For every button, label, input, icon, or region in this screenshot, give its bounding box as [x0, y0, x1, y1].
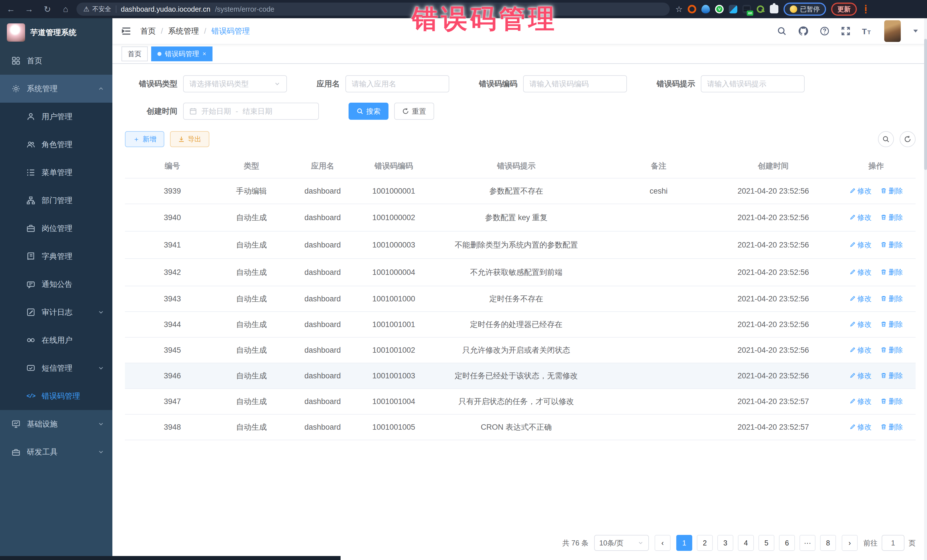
- goto-page-input[interactable]: [881, 535, 904, 551]
- hamburger-icon[interactable]: [122, 26, 131, 36]
- edit-link[interactable]: 修改: [849, 371, 872, 380]
- edit-link[interactable]: 修改: [849, 345, 872, 355]
- page-button[interactable]: 6: [779, 535, 795, 551]
- edit-link[interactable]: 修改: [849, 320, 872, 329]
- extension-gem-icon[interactable]: [729, 5, 737, 14]
- prev-page-button[interactable]: ‹: [655, 535, 670, 551]
- error-code-input[interactable]: [529, 80, 621, 88]
- error-type-select[interactable]: 请选择错误码类型: [183, 75, 287, 93]
- export-button[interactable]: 导出: [170, 131, 209, 147]
- app-logo[interactable]: 芋道管理系统: [0, 18, 112, 47]
- sidebar-item-audit-log[interactable]: 审计日志: [0, 298, 112, 326]
- table-row[interactable]: 3947 自动生成 dashboard 1001001004 只有开启状态的任务…: [125, 389, 916, 414]
- extensions-puzzle-icon[interactable]: [770, 5, 778, 14]
- delete-link[interactable]: 删除: [880, 240, 903, 249]
- edit-link[interactable]: 修改: [849, 294, 872, 304]
- sidebar-item-online-users[interactable]: 在线用户: [0, 326, 112, 354]
- extension-switch-icon[interactable]: on: [742, 5, 751, 14]
- edit-link[interactable]: 修改: [849, 397, 872, 406]
- add-button[interactable]: ＋ 新增: [125, 131, 164, 147]
- edit-link[interactable]: 修改: [849, 213, 872, 222]
- search-button[interactable]: 搜索: [348, 103, 389, 120]
- browser-home-icon[interactable]: ⌂: [61, 4, 71, 14]
- table-row[interactable]: 3939 手动编辑 dashboard 1001000001 参数配置不存在 c…: [125, 178, 916, 204]
- delete-link[interactable]: 删除: [880, 213, 903, 222]
- browser-forward-icon[interactable]: →: [24, 4, 34, 14]
- extension-drop-icon[interactable]: [701, 5, 710, 14]
- profile-paused-pill[interactable]: 已暂停: [784, 3, 826, 16]
- delete-link[interactable]: 删除: [880, 371, 903, 380]
- tab-error-code[interactable]: 错误码管理 ×: [151, 47, 213, 61]
- extension-key-icon[interactable]: [756, 5, 765, 14]
- page-button[interactable]: 4: [738, 535, 754, 551]
- edit-link[interactable]: 修改: [849, 267, 872, 277]
- page-button[interactable]: 3: [717, 535, 733, 551]
- table-row[interactable]: 3948 自动生成 dashboard 1001001005 CRON 表达式不…: [125, 414, 916, 440]
- sidebar-item-roles[interactable]: 角色管理: [0, 131, 112, 159]
- app-name-input[interactable]: [352, 80, 443, 88]
- font-size-icon[interactable]: TT: [862, 26, 873, 36]
- delete-link[interactable]: 删除: [880, 345, 903, 355]
- delete-link[interactable]: 删除: [880, 294, 903, 304]
- show-search-button[interactable]: [878, 131, 894, 147]
- sidebar-item-dict[interactable]: 字典管理: [0, 242, 112, 270]
- scrollbar-thumb[interactable]: [924, 39, 927, 170]
- url-bar[interactable]: ⚠ 不安全 dashboard.yudao.iocoder.cn/system/…: [76, 3, 670, 16]
- delete-link[interactable]: 删除: [880, 320, 903, 329]
- delete-link[interactable]: 删除: [880, 422, 903, 432]
- edit-link[interactable]: 修改: [849, 240, 872, 249]
- table-row[interactable]: 3942 自动生成 dashboard 1001000004 不允许获取敏感配置…: [125, 259, 916, 286]
- table-row[interactable]: 3944 自动生成 dashboard 1001001001 定时任务的处理器已…: [125, 312, 916, 337]
- security-warning[interactable]: ⚠ 不安全: [83, 5, 111, 14]
- bookmark-star-icon[interactable]: ☆: [675, 5, 682, 14]
- page-button[interactable]: 8: [820, 535, 836, 551]
- table-row[interactable]: 3945 自动生成 dashboard 1001001002 只允许修改为开启或…: [125, 337, 916, 363]
- breadcrumb-home[interactable]: 首页: [140, 26, 156, 36]
- sidebar-item-error-code[interactable]: </> 错误码管理: [0, 382, 112, 410]
- table-row[interactable]: 3940 自动生成 dashboard 1001000002 参数配置 key …: [125, 204, 916, 231]
- delete-link[interactable]: 删除: [880, 186, 903, 196]
- page-scrollbar[interactable]: [924, 18, 927, 560]
- sidebar-item-menus[interactable]: 菜单管理: [0, 159, 112, 187]
- page-button[interactable]: 5: [758, 535, 774, 551]
- edit-link[interactable]: 修改: [849, 186, 872, 196]
- extension-adblock-icon[interactable]: [688, 5, 696, 14]
- search-icon[interactable]: [777, 26, 787, 36]
- extension-vue-devtools-icon[interactable]: V: [715, 5, 723, 14]
- tab-close-icon[interactable]: ×: [202, 50, 206, 58]
- sidebar-item-sms[interactable]: 短信管理: [0, 354, 112, 382]
- browser-menu-dots-icon[interactable]: ⋮⋮: [862, 6, 866, 12]
- table-row[interactable]: 3941 自动生成 dashboard 1001000003 不能删除类型为系统…: [125, 231, 916, 259]
- table-row[interactable]: 3946 自动生成 dashboard 1001001003 定时任务已经处于该…: [125, 363, 916, 389]
- error-hint-input[interactable]: [707, 80, 798, 88]
- edit-link[interactable]: 修改: [849, 422, 872, 432]
- fullscreen-icon[interactable]: [841, 26, 851, 36]
- sidebar-item-notice[interactable]: 通知公告: [0, 270, 112, 298]
- sidebar-item-dev-tools[interactable]: 研发工具: [0, 438, 112, 466]
- sidebar-item-home[interactable]: 首页: [0, 47, 112, 75]
- sidebar-item-users[interactable]: 用户管理: [0, 103, 112, 131]
- tab-home[interactable]: 首页: [122, 47, 148, 61]
- page-button[interactable]: ···: [799, 535, 816, 551]
- page-size-select[interactable]: 10条/页: [594, 535, 649, 551]
- browser-update-button[interactable]: 更新: [831, 3, 857, 16]
- refresh-table-button[interactable]: [900, 131, 916, 147]
- github-icon[interactable]: [798, 26, 808, 36]
- date-range-picker[interactable]: 开始日期 - 结束日期: [183, 103, 319, 120]
- sidebar-item-infrastructure[interactable]: 基础设施: [0, 410, 112, 438]
- next-page-button[interactable]: ›: [842, 535, 858, 551]
- delete-link[interactable]: 删除: [880, 397, 903, 406]
- page-button[interactable]: 2: [697, 535, 713, 551]
- table-row[interactable]: 3943 自动生成 dashboard 1001001000 定时任务不存在 2…: [125, 286, 916, 312]
- page-button[interactable]: 1: [676, 535, 692, 551]
- user-avatar[interactable]: [884, 20, 901, 42]
- avatar-caret-icon[interactable]: [913, 30, 918, 32]
- help-icon[interactable]: [820, 26, 830, 36]
- browser-back-icon[interactable]: ←: [6, 4, 16, 14]
- reset-button[interactable]: 重置: [394, 103, 434, 120]
- sidebar-item-departments[interactable]: 部门管理: [0, 187, 112, 214]
- browser-refresh-icon[interactable]: ↻: [42, 4, 53, 14]
- sidebar-item-system[interactable]: 系统管理: [0, 75, 112, 103]
- delete-link[interactable]: 删除: [880, 267, 903, 277]
- breadcrumb-parent[interactable]: 系统管理: [168, 26, 199, 36]
